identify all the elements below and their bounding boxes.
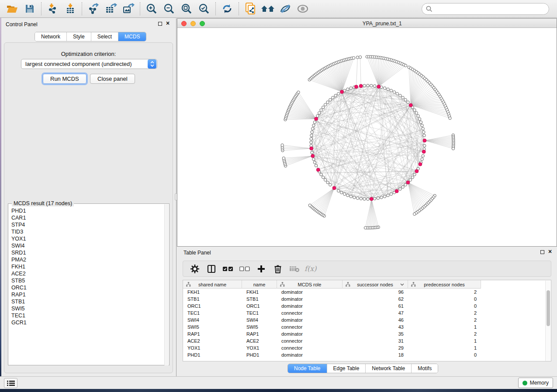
mcds-result-item[interactable]: ACE2 [11,270,169,277]
zoom-in-button[interactable] [143,1,160,17]
window-zoom-icon[interactable] [200,21,205,26]
close-panel-button[interactable]: Close panel [90,74,135,84]
table-cell: YOX1 [187,345,240,351]
table-float-icon[interactable] [540,250,544,254]
zoom-fit-button[interactable] [178,1,195,17]
mcds-result-item[interactable]: SRD1 [11,249,169,256]
column-visibility-icon[interactable] [205,262,218,275]
mcds-result-item[interactable]: STB5 [11,277,169,284]
mcds-result-item[interactable]: PMA2 [11,256,169,263]
show-all-button[interactable] [294,1,311,17]
add-column-icon[interactable] [255,262,268,275]
mcds-result-item[interactable]: RAP1 [11,291,169,298]
mcds-result-item[interactable]: TEC1 [11,312,169,319]
refresh-button[interactable] [218,1,236,17]
search-input[interactable] [422,3,549,15]
mcds-result-group: MCDS result (17 nodes) PHD1CAR1STP4TID3Y… [8,203,170,365]
mcds-result-item[interactable]: TID3 [11,228,169,235]
close-panel-icon[interactable]: × [166,20,170,27]
import-table-button[interactable] [62,1,79,17]
memory-label: Memory [530,380,549,386]
zoom-out-button[interactable] [160,1,178,17]
column-header-mcds-role[interactable]: MCDS role [277,280,343,289]
tab-mcds[interactable]: MCDS [118,32,146,41]
mcds-result-item[interactable]: GCR1 [11,319,169,326]
deselect-all-rows-icon[interactable] [238,262,251,275]
mcds-result-item[interactable]: YOX1 [11,235,169,242]
mcds-result-list: PHD1CAR1STP4TID3YOX1SWI4SRD1PMA2FKH1ACE2… [8,204,169,326]
table-cell: 1 [409,345,477,351]
table-scrollbar-thumb[interactable] [547,290,550,326]
table-row[interactable]: SWI4SWI4dominator462 [183,317,546,324]
table-cell: STB1 [187,296,240,302]
table-row[interactable]: FKH1FKH1dominator962 [183,289,546,296]
tab-network-table[interactable]: Network Table [366,364,412,373]
import-network-button[interactable] [44,1,62,17]
mcds-result-scrollbar[interactable] [164,204,169,365]
table-settings-gear-icon[interactable] [188,262,201,275]
table-row[interactable]: YOX1YOX1connector291 [183,345,546,352]
window-minimize-icon[interactable] [190,21,196,26]
mcds-result-item[interactable]: CAR1 [11,214,169,221]
criterion-dropdown[interactable]: largest connected component (undirected) [21,59,157,69]
column-header-shared-name[interactable]: shared name [183,280,242,289]
tab-node-table[interactable]: Node Table [288,364,327,373]
tab-select[interactable]: Select [91,32,118,41]
table-cell: connector [281,345,340,351]
tab-edge-table[interactable]: Edge Table [327,364,366,373]
column-header-predecessor-nodes[interactable]: predecessor nodes [408,280,481,289]
table-cell: 2 [409,289,477,295]
table-row[interactable]: ORC1ORC1dominator610 [183,303,546,310]
memory-button[interactable]: Memory [518,378,553,388]
window-close-icon[interactable] [181,21,187,26]
delete-column-icon[interactable] [271,262,284,275]
tab-network[interactable]: Network [35,32,67,41]
table-cell: SWI5 [246,324,275,330]
network-graph[interactable] [178,28,557,247]
open-file-button[interactable] [3,1,21,17]
function-builder-icon-disabled: f(x) [304,265,316,273]
tab-style[interactable]: Style [67,32,91,41]
status-bar: Memory [0,376,557,389]
network-window-titlebar[interactable]: YPA_prune.txt_1 [177,19,557,28]
mcds-result-item[interactable]: STB1 [11,298,169,305]
table-cell: ORC1 [187,303,240,309]
clone-network-button[interactable] [242,1,259,17]
table-cell: dominator [281,303,340,309]
mcds-result-item[interactable]: PHD1 [11,207,169,214]
table-row[interactable]: TEC1TEC1connector472 [183,310,546,317]
tab-motifs[interactable]: Motifs [412,364,438,373]
table-close-icon[interactable]: × [548,248,552,255]
table-scrollbar[interactable] [545,281,550,361]
table-cell: 2 [409,331,477,337]
toolbar-separator [140,2,140,15]
export-network-button[interactable] [85,1,102,17]
mcds-result-item[interactable]: SWI4 [11,242,169,249]
export-table-button[interactable] [102,1,120,17]
column-header-name[interactable]: name [242,280,277,289]
table-row[interactable]: SWI5SWI5connector431 [183,324,546,331]
float-panel-icon[interactable] [158,22,162,26]
mcds-result-item[interactable]: FKH1 [11,263,169,270]
first-neighbors-button[interactable] [259,1,277,17]
table-row[interactable]: PHD1PHD1dominator180 [183,352,546,359]
table-cell: STB1 [246,296,275,302]
select-all-rows-icon[interactable] [221,262,235,275]
zoom-selected-button[interactable] [195,1,213,17]
table-row[interactable]: STB1STB1dominator620 [183,296,546,303]
main-toolbar [0,0,557,18]
table-row[interactable]: ACE2ACE2connector311 [183,338,546,345]
mcds-result-item[interactable]: SWI5 [11,305,169,312]
mcds-result-item[interactable]: STP4 [11,221,169,228]
table-row[interactable]: RAP1RAP1dominator352 [183,331,546,338]
column-header-successor-nodes[interactable]: successor nodes [343,280,408,289]
task-history-button[interactable] [4,378,17,388]
namespace-icon [346,282,350,287]
mcds-result-item[interactable]: ORC1 [11,284,169,291]
export-image-button[interactable] [120,1,137,17]
table-cell: connector [281,310,340,316]
run-mcds-button[interactable]: Run MCDS [43,74,86,84]
hide-selected-button[interactable] [277,1,294,17]
save-session-button[interactable] [21,1,38,17]
table-cell: 1 [409,338,477,344]
